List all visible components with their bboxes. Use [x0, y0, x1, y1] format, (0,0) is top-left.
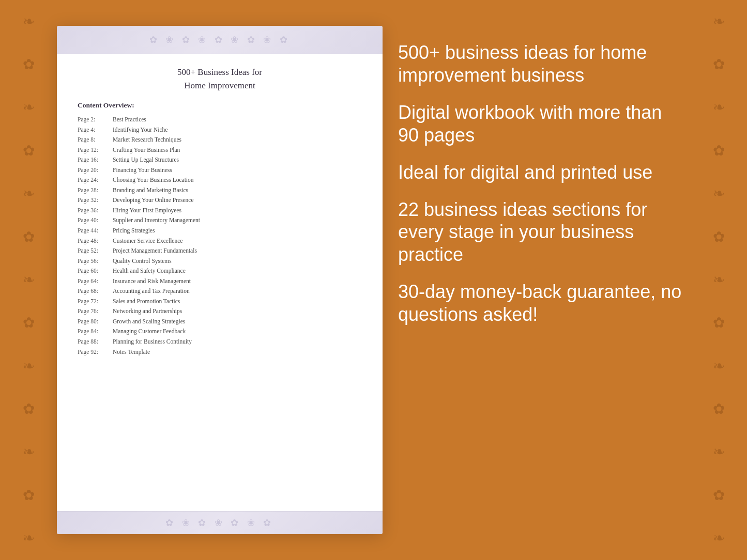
floral-sprig: ✿: [713, 316, 725, 330]
toc-page-number: Page 56:: [78, 256, 113, 267]
toc-chapter-title: Financing Your Business: [113, 165, 172, 176]
floral-sprig: ❧: [23, 273, 35, 287]
toc-page-number: Page 44:: [78, 226, 113, 236]
floral-sprig: ❧: [713, 531, 725, 546]
floral-sprig: ✿: [713, 230, 725, 244]
table-of-contents: Page 2:Best PracticesPage 4:Identifying …: [78, 115, 362, 357]
toc-chapter-title: Managing Customer Feedback: [113, 326, 186, 337]
right-panel-item: 30-day money-back guarantee, no question…: [398, 281, 685, 326]
toc-page-number: Page 24:: [78, 175, 113, 185]
floral-sprig: ❧: [713, 445, 725, 459]
toc-chapter-title: Branding and Marketing Basics: [113, 185, 188, 196]
floral-sprig: ❧: [713, 359, 725, 374]
doc-footer-decoration: [57, 511, 383, 534]
floral-sprig: ❧: [23, 100, 35, 115]
right-panel-item: Digital workbook with more than 90 pages: [398, 101, 685, 147]
toc-page-number: Page 80:: [78, 317, 113, 327]
toc-chapter-title: Planning for Business Continuity: [113, 337, 192, 347]
doc-content: 500+ Business Ideas for Home Improvement…: [57, 54, 383, 511]
toc-page-number: Page 32:: [78, 195, 113, 206]
doc-title-line2: Home Improvement: [184, 81, 255, 90]
toc-item: Page 88:Planning for Business Continuity: [78, 337, 362, 347]
toc-page-number: Page 48:: [78, 236, 113, 246]
toc-item: Page 28:Branding and Marketing Basics: [78, 185, 362, 196]
toc-item: Page 16:Setting Up Legal Structures: [78, 155, 362, 165]
toc-page-number: Page 92:: [78, 347, 113, 357]
right-panel: 500+ business ideas for home improvement…: [398, 31, 685, 529]
toc-chapter-title: Setting Up Legal Structures: [113, 155, 179, 165]
right-panel-item: 22 business ideas sections for every sta…: [398, 198, 685, 267]
toc-page-number: Page 84:: [78, 326, 113, 337]
document-card: 500+ Business Ideas for Home Improvement…: [57, 26, 383, 534]
floral-sprig: ❧: [23, 531, 35, 546]
doc-header-decoration: [57, 26, 383, 54]
floral-border-right: ❧ ✿ ❧ ✿ ❧ ✿ ❧ ✿ ❧ ✿ ❧ ✿ ❧: [690, 0, 747, 560]
floral-sprig: ❧: [23, 359, 35, 374]
toc-item: Page 8:Market Research Techniques: [78, 135, 362, 145]
toc-page-number: Page 60:: [78, 266, 113, 276]
doc-title-line1: 500+ Business Ideas for: [177, 67, 262, 77]
floral-sprig: ❧: [23, 445, 35, 459]
doc-title: 500+ Business Ideas for Home Improvement: [78, 66, 362, 92]
floral-sprig: ✿: [713, 57, 725, 72]
toc-chapter-title: Growth and Scaling Strategies: [113, 317, 185, 327]
floral-sprig: ✿: [713, 144, 725, 158]
floral-sprig: ✿: [23, 316, 35, 330]
toc-item: Page 76:Networking and Partnerships: [78, 306, 362, 317]
toc-chapter-title: Best Practices: [113, 115, 146, 125]
toc-item: Page 80:Growth and Scaling Strategies: [78, 317, 362, 327]
toc-chapter-title: Networking and Partnerships: [113, 306, 182, 317]
floral-sprig: ✿: [23, 230, 35, 244]
toc-item: Page 32:Developing Your Online Presence: [78, 195, 362, 206]
toc-chapter-title: Hiring Your First Employees: [113, 206, 181, 216]
toc-chapter-title: Health and Safety Compliance: [113, 266, 186, 276]
floral-sprig: ✿: [23, 488, 35, 503]
toc-chapter-title: Choosing Your Business Location: [113, 175, 194, 185]
toc-item: Page 12:Crafting Your Business Plan: [78, 145, 362, 155]
toc-item: Page 64:Insurance and Risk Management: [78, 276, 362, 287]
floral-sprig: ❧: [23, 14, 35, 29]
floral-sprig: ❧: [713, 14, 725, 29]
toc-chapter-title: Supplier and Inventory Management: [113, 215, 200, 226]
floral-sprig: ❧: [23, 186, 35, 201]
toc-page-number: Page 12:: [78, 145, 113, 155]
toc-item: Page 24:Choosing Your Business Location: [78, 175, 362, 185]
toc-item: Page 72:Sales and Promotion Tactics: [78, 297, 362, 307]
toc-item: Page 56:Quality Control Systems: [78, 256, 362, 267]
toc-chapter-title: Crafting Your Business Plan: [113, 145, 180, 155]
floral-sprig: ✿: [23, 402, 35, 416]
toc-chapter-title: Identifying Your Niche: [113, 125, 167, 135]
toc-item: Page 48:Customer Service Excellence: [78, 236, 362, 246]
toc-chapter-title: Notes Template: [113, 347, 150, 357]
toc-item: Page 52:Project Management Fundamentals: [78, 246, 362, 256]
toc-chapter-title: Pricing Strategies: [113, 226, 155, 236]
floral-sprig: ❧: [713, 273, 725, 287]
toc-item: Page 60:Health and Safety Compliance: [78, 266, 362, 276]
floral-sprig: ✿: [23, 144, 35, 158]
toc-item: Page 2:Best Practices: [78, 115, 362, 125]
toc-chapter-title: Accounting and Tax Preparation: [113, 286, 190, 297]
right-panel-item: 500+ business ideas for home improvement…: [398, 41, 685, 87]
toc-item: Page 84:Managing Customer Feedback: [78, 326, 362, 337]
toc-page-number: Page 16:: [78, 155, 113, 165]
toc-item: Page 44:Pricing Strategies: [78, 226, 362, 236]
toc-page-number: Page 88:: [78, 337, 113, 347]
toc-item: Page 4:Identifying Your Niche: [78, 125, 362, 135]
toc-page-number: Page 72:: [78, 297, 113, 307]
floral-sprig: ❧: [713, 100, 725, 115]
toc-page-number: Page 8:: [78, 135, 113, 145]
floral-border-left: ❧ ✿ ❧ ✿ ❧ ✿ ❧ ✿ ❧ ✿ ❧ ✿ ❧: [0, 0, 57, 560]
toc-chapter-title: Customer Service Excellence: [113, 236, 182, 246]
floral-sprig: ✿: [713, 488, 725, 503]
toc-page-number: Page 52:: [78, 246, 113, 256]
content-overview-label: Content Overview:: [78, 101, 362, 110]
toc-item: Page 20:Financing Your Business: [78, 165, 362, 176]
toc-chapter-title: Market Research Techniques: [113, 135, 181, 145]
toc-item: Page 68:Accounting and Tax Preparation: [78, 286, 362, 297]
toc-chapter-title: Quality Control Systems: [113, 256, 172, 267]
toc-chapter-title: Developing Your Online Presence: [113, 195, 194, 206]
toc-page-number: Page 20:: [78, 165, 113, 176]
floral-sprig: ❧: [713, 186, 725, 201]
toc-item: Page 40:Supplier and Inventory Managemen…: [78, 215, 362, 226]
toc-item: Page 92:Notes Template: [78, 347, 362, 357]
